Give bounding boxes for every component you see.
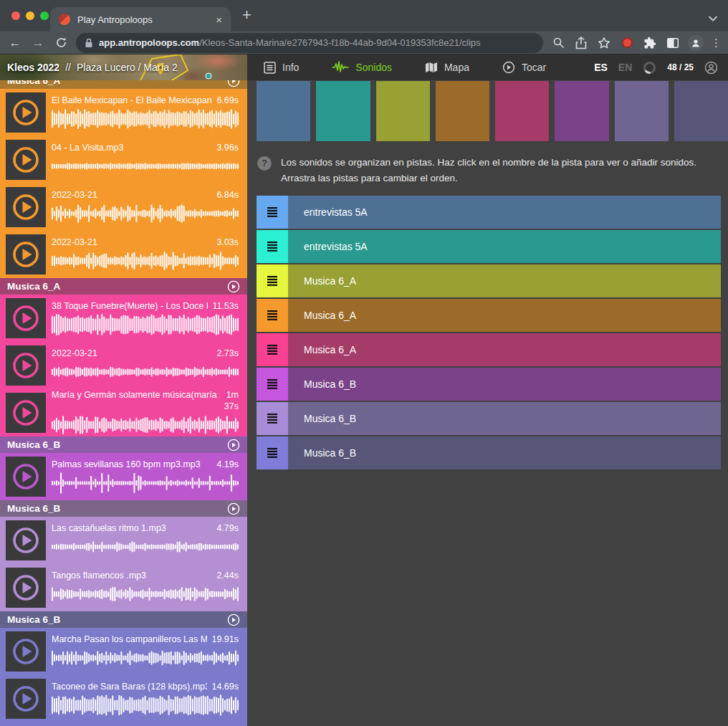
audio-clip[interactable]: El Baile Mexicapan - El Baile Mexicapan.…	[0, 89, 247, 136]
clip-section-header[interactable]: Musica 6_A	[0, 80, 247, 89]
track-drag-handle[interactable]	[257, 264, 288, 297]
tab-mapa[interactable]: Mapa	[408, 54, 486, 80]
section-play-button[interactable]	[227, 439, 240, 452]
breadcrumb[interactable]: Kleos 2022 // Plaza Lucero / María 2	[7, 62, 178, 73]
clip-play-button[interactable]	[6, 457, 46, 497]
bookmark-star-icon[interactable]	[596, 35, 612, 51]
track-row[interactable]: Musica 6_A	[257, 299, 721, 332]
window-minimize-button[interactable]	[26, 11, 34, 20]
track-row[interactable]: Musica 6_B	[257, 436, 721, 469]
clip-play-button[interactable]	[6, 345, 46, 386]
clip-section-header[interactable]: Musica 6_B	[0, 611, 247, 628]
lock-icon[interactable]	[85, 38, 93, 48]
side-panel-icon[interactable]	[665, 35, 681, 51]
track-name-button[interactable]: entrevistas 5A	[288, 196, 721, 229]
track-color-swatch[interactable]	[376, 81, 430, 141]
clip-play-button[interactable]	[6, 187, 46, 227]
audio-clip[interactable]: 38 Toque Funebre(Muerte) - Los Doce Par.…	[0, 295, 247, 342]
track-color-swatch[interactable]	[257, 81, 310, 141]
track-label: Musica 6_B	[304, 413, 356, 424]
tab-close-icon[interactable]: ×	[216, 14, 222, 26]
audio-clip[interactable]: 2022-03-21 2.73s	[0, 342, 247, 389]
audio-clip[interactable]: Taconeo de Sara Baras (128 kbps).mp3 14.…	[0, 675, 247, 722]
track-row[interactable]: Musica 6_B	[257, 368, 721, 401]
section-play-button[interactable]	[227, 280, 240, 293]
clip-play-button[interactable]	[6, 393, 46, 433]
track-drag-handle[interactable]	[257, 196, 288, 229]
record-extension-icon[interactable]	[619, 35, 635, 51]
search-icon[interactable]	[550, 35, 566, 51]
track-row[interactable]: Musica 6_A	[257, 264, 721, 297]
clip-play-button[interactable]	[6, 140, 46, 180]
url-bar[interactable]: app.antropoloops.com/Kleos-Santa-Marina/…	[76, 33, 543, 53]
clip-section-header[interactable]: Musica 6_B	[0, 500, 247, 517]
track-name-button[interactable]: Musica 6_B	[288, 436, 721, 469]
lang-en-button[interactable]: EN	[618, 62, 632, 73]
track-color-swatch[interactable]	[495, 81, 549, 141]
track-row[interactable]: Musica 6_B	[257, 402, 721, 435]
tab-search-chevron-icon[interactable]	[708, 12, 718, 25]
audio-clip[interactable]: Palmas sevillanas 160 bpm mp3.mp3 4.19s	[0, 453, 247, 500]
track-row[interactable]: Musica 6_A	[257, 333, 721, 366]
track-drag-handle[interactable]	[257, 333, 288, 366]
clip-waveform	[52, 156, 239, 177]
section-play-button[interactable]	[227, 613, 240, 626]
browser-menu-kebab-icon[interactable]: ⋮	[711, 37, 721, 49]
clip-duration: 2.44s	[216, 570, 239, 582]
tab-info[interactable]: Info	[247, 54, 315, 80]
track-color-swatch[interactable]	[615, 81, 669, 141]
track-name-button[interactable]: Musica 6_A	[288, 264, 721, 297]
back-button[interactable]: ←	[7, 36, 23, 50]
track-color-swatch[interactable]	[436, 81, 489, 141]
account-icon[interactable]	[704, 61, 718, 75]
reload-button[interactable]	[53, 35, 69, 51]
track-color-swatch[interactable]	[674, 81, 728, 141]
track-color-swatch[interactable]	[555, 81, 608, 141]
window-close-button[interactable]	[11, 11, 20, 20]
track-drag-handle[interactable]	[257, 402, 288, 435]
window-zoom-button[interactable]	[40, 11, 49, 20]
audio-clip[interactable]: Tangos flamencos .mp3 2.44s	[0, 564, 247, 611]
new-tab-button[interactable]: +	[242, 6, 252, 24]
audio-clip[interactable]: 04 - La Visita.mp3 3.96s	[0, 136, 247, 183]
browser-tab[interactable]: Play Antropoloops ×	[50, 7, 231, 32]
clip-play-button[interactable]	[6, 568, 46, 608]
clip-duration: 6.69s	[216, 95, 239, 107]
tab-tocar[interactable]: Tocar	[486, 54, 562, 80]
clip-info: 2022-03-21 3.03s	[52, 237, 247, 272]
share-icon[interactable]	[573, 35, 589, 51]
track-row[interactable]: entrevistas 5A	[257, 230, 721, 263]
track-name-button[interactable]: Musica 6_B	[288, 368, 721, 401]
track-drag-handle[interactable]	[257, 299, 288, 332]
section-play-button[interactable]	[227, 80, 240, 87]
extensions-puzzle-icon[interactable]	[642, 35, 658, 51]
audio-clip[interactable]: Las castañuelas ritmo 1.mp3 4.79s	[0, 517, 247, 564]
audio-clip[interactable]: 2022-03-21 3.03s	[0, 231, 247, 278]
audio-clip[interactable]: Marcha Pasan los campanilleros Las Mejor…	[0, 628, 247, 675]
clip-play-button[interactable]	[6, 679, 46, 719]
track-drag-handle[interactable]	[257, 230, 288, 263]
track-row[interactable]: entrevistas 5A	[257, 196, 721, 229]
clip-waveform	[52, 583, 239, 605]
clip-play-button[interactable]	[6, 234, 46, 274]
forward-button[interactable]: →	[30, 36, 46, 50]
clip-play-button[interactable]	[6, 520, 46, 560]
profile-avatar[interactable]	[688, 35, 704, 51]
tab-sonidos[interactable]: Sonidos	[315, 54, 408, 80]
clip-section-header[interactable]: Musica 6_A	[0, 278, 247, 295]
clip-play-button[interactable]	[6, 631, 46, 672]
clip-play-button[interactable]	[6, 92, 46, 133]
clip-section-header[interactable]: Musica 6_B	[0, 436, 247, 453]
track-name-button[interactable]: Musica 6_A	[288, 299, 721, 332]
track-color-swatch[interactable]	[316, 81, 370, 141]
audio-clip[interactable]: 2022-03-21 6.84s	[0, 183, 247, 231]
track-name-button[interactable]: Musica 6_B	[288, 402, 721, 435]
track-drag-handle[interactable]	[257, 436, 288, 469]
track-name-button[interactable]: Musica 6_A	[288, 333, 721, 366]
clip-play-button[interactable]	[6, 298, 46, 338]
track-name-button[interactable]: entrevistas 5A	[288, 230, 721, 263]
section-play-button[interactable]	[227, 502, 240, 515]
lang-es-button[interactable]: ES	[594, 62, 608, 73]
audio-clip[interactable]: María y Germán solamente música(maría 2.…	[0, 389, 247, 436]
track-drag-handle[interactable]	[257, 368, 288, 401]
